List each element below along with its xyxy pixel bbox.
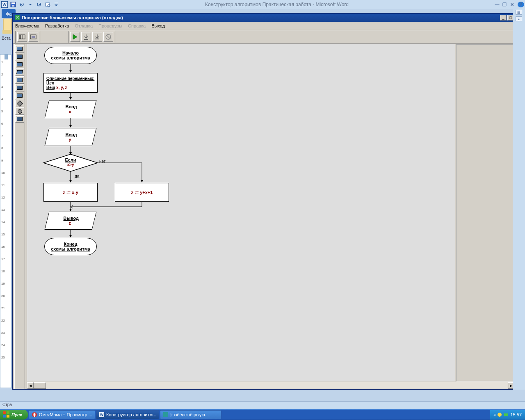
node-condition-text: Если x>y: [63, 158, 78, 167]
redo-icon[interactable]: [35, 1, 43, 8]
palette-rect-5[interactable]: [15, 84, 24, 91]
word-title: Конструктор алгоритмов Практическая рабо…: [60, 2, 494, 7]
ribbon-label-fragment: Вста: [2, 36, 11, 41]
toolbar-btn-1[interactable]: [17, 32, 27, 42]
menu-dev[interactable]: Разработка: [45, 23, 69, 28]
palette-circle[interactable]: [15, 107, 24, 115]
svg-rect-5: [55, 3, 58, 3]
app-icon-small: [163, 412, 169, 418]
word-titlebar: W Конструктор алгоритмов Практическая ра…: [0, 0, 525, 9]
svg-rect-33: [7, 411, 9, 414]
scroll-up-word-icon[interactable]: ▴: [516, 16, 522, 21]
palette-rect-7[interactable]: [15, 115, 24, 123]
svg-text:S: S: [16, 16, 19, 20]
svg-point-39: [498, 413, 502, 417]
close-icon[interactable]: ✕: [509, 2, 515, 7]
svg-rect-40: [504, 413, 508, 416]
inner-titlebar[interactable]: S Построение блок-схемы алгоритма (отлад…: [13, 14, 522, 22]
inner-title: Построение блок-схемы алгоритма (отладка…: [22, 15, 123, 20]
taskbar-item-2[interactable]: W Конструктор алгоритм...: [96, 410, 159, 419]
windows-taskbar: Пуск ОмскМама :: Просмотр ... W Конструк…: [0, 409, 525, 420]
label-yes: да: [75, 174, 79, 178]
canvas[interactable]: Начало схемы алгоритма Описание переменн…: [27, 44, 521, 389]
shape-palette: [14, 44, 25, 389]
svg-rect-34: [3, 415, 6, 418]
canvas-hscroll[interactable]: ◀ ▶: [27, 382, 514, 389]
tray-icon-2[interactable]: [504, 412, 509, 417]
word-icon: W: [99, 412, 105, 418]
svg-rect-38: [163, 412, 168, 417]
inner-content: Начало схемы алгоритма Описание переменн…: [13, 44, 522, 389]
node-start[interactable]: Начало схемы алгоритма: [44, 47, 97, 64]
word-window-controls: — ❐ ✕ ?: [494, 2, 525, 7]
svg-line-19: [107, 35, 110, 39]
clock[interactable]: 15:57: [510, 412, 522, 417]
menu-scheme[interactable]: Блок-схема: [15, 23, 39, 28]
palette-rect-2[interactable]: [15, 53, 24, 60]
svg-rect-6: [3, 19, 11, 30]
menu-exit[interactable]: Выход: [151, 23, 165, 28]
svg-rect-17: [95, 39, 99, 39]
menu-help: Справка: [128, 23, 146, 28]
print-preview-icon[interactable]: [44, 1, 51, 8]
windows-logo-icon: [3, 411, 10, 418]
system-tray[interactable]: « 15:57: [490, 410, 525, 420]
node-end[interactable]: Конец схемы алгоритма: [44, 238, 97, 255]
palette-rect-3[interactable]: [15, 61, 24, 68]
start-button[interactable]: Пуск: [0, 410, 28, 420]
palette-rect-4[interactable]: [15, 76, 24, 84]
run-button[interactable]: [70, 32, 80, 42]
algorithm-builder-window: S Построение блок-схемы алгоритма (отлад…: [12, 13, 523, 390]
node-input-y[interactable]: Вводy: [45, 128, 97, 146]
svg-point-37: [33, 413, 35, 417]
restore-icon[interactable]: ❐: [501, 2, 508, 7]
ribbon-fragment: [2, 18, 12, 34]
label-no: нет: [99, 159, 105, 164]
inner-minimize-button[interactable]: _: [500, 15, 507, 21]
node-process-right[interactable]: z := y+x+1: [115, 183, 169, 202]
word-status-bar: Стра: [0, 401, 525, 409]
word-right-strip: ▦ ▴: [513, 9, 525, 390]
side-panel: [456, 44, 514, 381]
svg-rect-1: [11, 2, 15, 4]
toolbar-btn-2[interactable]: [28, 32, 38, 42]
palette-diamond[interactable]: [15, 100, 24, 107]
svg-rect-35: [7, 415, 9, 418]
taskbar-item-1[interactable]: ОмскМама :: Просмотр ...: [29, 410, 95, 419]
menu-debug: Отладка: [75, 23, 93, 28]
scroll-left-icon[interactable]: ◀: [27, 382, 34, 389]
step-into-button[interactable]: [92, 32, 102, 42]
svg-rect-15: [32, 36, 35, 38]
stop-button[interactable]: [103, 32, 113, 42]
palette-rect[interactable]: [15, 45, 24, 52]
svg-rect-8: [5, 55, 8, 59]
save-icon[interactable]: [9, 1, 17, 8]
undo-icon[interactable]: [18, 1, 25, 8]
dropdown-icon[interactable]: [27, 1, 34, 8]
menu-proc: Процедуры: [98, 23, 122, 28]
status-text: Стра: [2, 402, 12, 407]
node-declarations[interactable]: Описание переменных: Цел Вещ x, y, z: [43, 73, 98, 93]
opera-icon: [32, 412, 37, 418]
tray-icon-1[interactable]: [497, 412, 502, 417]
node-output[interactable]: Выводz: [45, 212, 97, 230]
svg-rect-32: [3, 411, 6, 414]
qat-dropdown-icon[interactable]: [52, 1, 60, 8]
step-over-button[interactable]: [81, 32, 91, 42]
tray-expand-icon[interactable]: «: [493, 413, 496, 417]
help-icon[interactable]: ?: [518, 2, 524, 7]
taskbar-item-3[interactable]: ¦юзёёєсюё рыую...: [160, 410, 221, 419]
word-app-icon[interactable]: W: [1, 1, 8, 8]
node-input-x[interactable]: Вводx: [45, 100, 97, 118]
palette-rect-6[interactable]: [15, 92, 24, 99]
ruler-toggle-icon[interactable]: ▦: [516, 10, 522, 15]
svg-rect-7: [2, 30, 12, 34]
node-process-left[interactable]: z := x-y: [43, 183, 98, 202]
inner-toolbar: [13, 30, 522, 44]
minimize-icon[interactable]: —: [494, 2, 500, 7]
hscroll-thumb[interactable]: [34, 382, 46, 389]
inner-menubar: Блок-схема Разработка Отладка Процедуры …: [13, 22, 522, 30]
vertical-ruler: 1234567891011121314151617181920212223242…: [0, 54, 11, 388]
palette-parallelogram[interactable]: [15, 68, 24, 76]
app-icon: S: [14, 15, 20, 21]
